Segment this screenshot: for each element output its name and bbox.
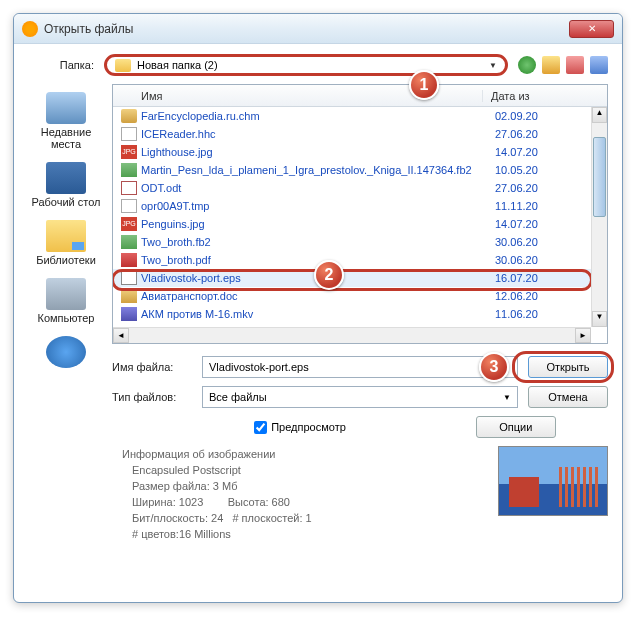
folder-label: Папка: — [28, 59, 104, 71]
place-desktop[interactable]: Рабочий стол — [31, 162, 100, 208]
file-row[interactable]: Vladivostok-port.eps16.07.20 — [113, 269, 607, 287]
file-icon — [121, 253, 137, 267]
file-icon — [121, 127, 137, 141]
file-row[interactable]: ICEReader.hhc27.06.20 — [113, 125, 607, 143]
up-folder-icon[interactable] — [542, 56, 560, 74]
cancel-button[interactable]: Отмена — [528, 386, 608, 408]
file-date: 14.07.20 — [487, 146, 538, 158]
file-icon — [121, 199, 137, 213]
libraries-icon — [46, 220, 86, 252]
scroll-down-icon[interactable]: ▼ — [592, 311, 607, 327]
filetype-combobox[interactable]: Все файлы▼ — [202, 386, 518, 408]
file-icon — [121, 109, 137, 123]
network-icon — [46, 336, 86, 368]
file-name: FarEncyclopedia.ru.chm — [141, 110, 487, 122]
file-name: Two_broth.pdf — [141, 254, 487, 266]
place-network[interactable] — [46, 336, 86, 370]
file-name: Martin_Pesn_lda_i_plameni_1_Igra_prestol… — [141, 164, 487, 176]
file-name: АКМ против М-16.mkv — [141, 308, 487, 320]
file-row[interactable]: Авиатранспорт.doc12.06.20 — [113, 287, 607, 305]
column-date[interactable]: Дата из — [483, 90, 607, 102]
file-date: 30.06.20 — [487, 254, 538, 266]
filetype-label: Тип файлов: — [112, 391, 202, 403]
file-date: 10.05.20 — [487, 164, 538, 176]
place-recent[interactable]: Недавние места — [28, 92, 104, 150]
scroll-right-icon[interactable]: ► — [575, 328, 591, 343]
filename-input[interactable]: Vladivostok-port.eps — [202, 356, 518, 378]
place-libraries[interactable]: Библиотеки — [36, 220, 96, 266]
file-date: 02.09.20 — [487, 110, 538, 122]
scroll-left-icon[interactable]: ◄ — [113, 328, 129, 343]
close-button[interactable]: ✕ — [569, 20, 614, 38]
place-computer[interactable]: Компьютер — [38, 278, 95, 324]
file-row[interactable]: Two_broth.pdf30.06.20 — [113, 251, 607, 269]
file-icon — [121, 181, 137, 195]
folder-value: Новая папка (2) — [137, 59, 489, 71]
folder-combobox[interactable]: Новая папка (2) ▼ — [104, 54, 508, 76]
file-name: ODT.odt — [141, 182, 487, 194]
file-icon — [121, 163, 137, 177]
window-title: Открыть файлы — [44, 22, 569, 36]
app-icon — [22, 21, 38, 37]
file-name: Two_broth.fb2 — [141, 236, 487, 248]
file-date: 14.07.20 — [487, 218, 538, 230]
vertical-scrollbar[interactable]: ▲ ▼ — [591, 107, 607, 327]
file-date: 11.11.20 — [487, 200, 538, 212]
file-row[interactable]: Без имени 1.odt17.06.20 — [113, 323, 607, 325]
file-icon — [121, 289, 137, 303]
file-date: 16.07.20 — [487, 272, 538, 284]
preview-label: Предпросмотр — [271, 421, 346, 433]
file-icon: JPG — [121, 145, 137, 159]
new-folder-icon[interactable] — [566, 56, 584, 74]
file-row[interactable]: АКМ против М-16.mkv11.06.20 — [113, 305, 607, 323]
file-list: Имя Дата из FarEncyclopedia.ru.chm02.09.… — [112, 84, 608, 344]
file-date: 11.06.20 — [487, 308, 538, 320]
file-icon: JPG — [121, 217, 137, 231]
desktop-icon — [46, 162, 86, 194]
file-name: opr00A9T.tmp — [141, 200, 487, 212]
file-name: Lighthouse.jpg — [141, 146, 487, 158]
file-row[interactable]: FarEncyclopedia.ru.chm02.09.20 — [113, 107, 607, 125]
open-button[interactable]: Открыть — [528, 356, 608, 378]
computer-icon — [46, 278, 86, 310]
options-button[interactable]: Опции — [476, 416, 556, 438]
file-list-header: Имя Дата из — [113, 85, 607, 107]
open-file-dialog: Открыть файлы ✕ Папка: Новая папка (2) ▼… — [13, 13, 623, 603]
file-name: Авиатранспорт.doc — [141, 290, 487, 302]
file-icon — [121, 307, 137, 321]
chevron-down-icon: ▼ — [503, 393, 511, 402]
titlebar: Открыть файлы ✕ — [14, 14, 622, 44]
chevron-down-icon: ▼ — [489, 61, 497, 70]
recent-icon — [46, 92, 86, 124]
file-icon — [121, 235, 137, 249]
annotation-badge-3: 3 — [479, 352, 509, 382]
file-row[interactable]: ODT.odt27.06.20 — [113, 179, 607, 197]
file-date: 27.06.20 — [487, 128, 538, 140]
file-row[interactable]: Martin_Pesn_lda_i_plameni_1_Igra_prestol… — [113, 161, 607, 179]
view-mode-icon[interactable] — [590, 56, 608, 74]
preview-thumbnail — [498, 446, 608, 516]
filename-label: Имя файла: — [112, 361, 202, 373]
file-date: 12.06.20 — [487, 290, 538, 302]
folder-icon — [115, 59, 131, 72]
file-date: 30.06.20 — [487, 236, 538, 248]
image-info: Информация об изображении Encapsuled Pos… — [122, 446, 484, 542]
file-row[interactable]: JPGPenguins.jpg14.07.20 — [113, 215, 607, 233]
file-date: 27.06.20 — [487, 182, 538, 194]
file-row[interactable]: Two_broth.fb230.06.20 — [113, 233, 607, 251]
scroll-up-icon[interactable]: ▲ — [592, 107, 607, 123]
file-name: Penguins.jpg — [141, 218, 487, 230]
file-icon — [121, 271, 137, 285]
scroll-thumb[interactable] — [593, 137, 606, 217]
file-row[interactable]: opr00A9T.tmp11.11.20 — [113, 197, 607, 215]
annotation-badge-1: 1 — [409, 70, 439, 100]
file-name: ICEReader.hhc — [141, 128, 487, 140]
preview-checkbox[interactable] — [254, 421, 267, 434]
file-row[interactable]: JPGLighthouse.jpg14.07.20 — [113, 143, 607, 161]
places-bar: Недавние места Рабочий стол Библиотеки К… — [28, 84, 104, 542]
horizontal-scrollbar[interactable]: ◄ ► — [113, 327, 591, 343]
back-icon[interactable] — [518, 56, 536, 74]
annotation-badge-2: 2 — [314, 260, 344, 290]
